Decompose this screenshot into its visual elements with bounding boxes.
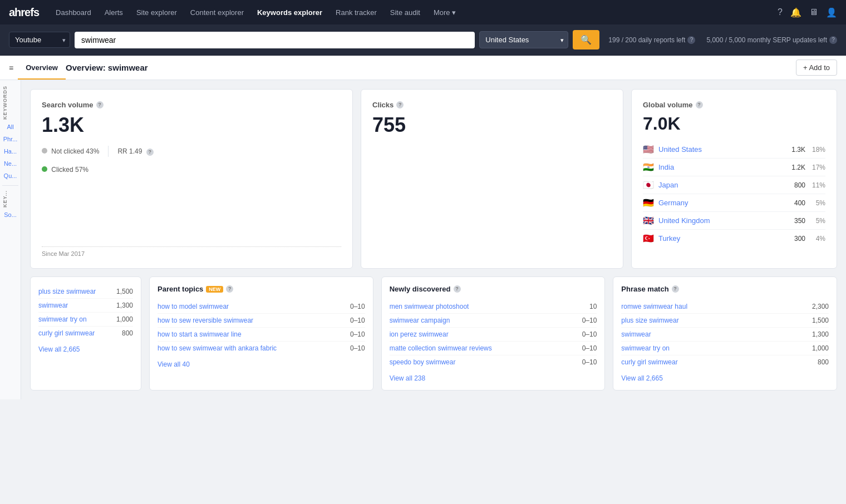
table-row: swimwear 1,300 bbox=[621, 328, 829, 342]
country-flag: 🇮🇳 bbox=[643, 162, 654, 172]
user-icon[interactable]: 👤 bbox=[826, 7, 837, 18]
keyword-link[interactable]: how to start a swimwear line bbox=[158, 330, 333, 338]
phrase-match-title: Phrase match ? bbox=[621, 285, 829, 293]
keyword-vol: 10 bbox=[569, 303, 597, 310]
keyword-link[interactable]: romwe swimwear haul bbox=[621, 303, 796, 310]
tab-overview[interactable]: Overview bbox=[18, 57, 66, 80]
sidebar-item-all[interactable]: All bbox=[2, 122, 18, 132]
keyword-link[interactable]: swimwear bbox=[38, 302, 101, 309]
keyword-link[interactable]: how to model swimwear bbox=[158, 303, 333, 310]
keyword-link[interactable]: curly girl swimwear bbox=[38, 329, 101, 337]
keyword-link[interactable]: plus size swimwear bbox=[621, 317, 796, 324]
search-volume-help-icon[interactable]: ? bbox=[96, 101, 104, 108]
rr-help-icon[interactable]: ? bbox=[146, 149, 154, 156]
source-select[interactable]: Youtube bbox=[9, 32, 70, 48]
nav-site-audit[interactable]: Site audit bbox=[385, 6, 426, 19]
keyword-link[interactable]: ion perez swimwear bbox=[390, 330, 565, 338]
view-all-phrase[interactable]: View all 2,665 bbox=[621, 374, 829, 382]
keyword-link[interactable]: matte collection swimwear reviews bbox=[390, 344, 565, 352]
keyword-link[interactable]: how to sew swimwear with ankara fabric bbox=[158, 344, 333, 352]
nav-rank-tracker[interactable]: Rank tracker bbox=[330, 6, 382, 19]
monitor-icon[interactable]: 🖥 bbox=[809, 7, 818, 17]
keyword-link[interactable]: men swimwear photoshoot bbox=[390, 303, 565, 310]
search-button[interactable]: 🔍 bbox=[573, 30, 599, 50]
country-link[interactable]: India bbox=[658, 163, 779, 171]
keyword-vol: 0–10 bbox=[337, 317, 365, 324]
country-link[interactable]: United States bbox=[658, 145, 779, 154]
daily-reports-help-icon[interactable]: ? bbox=[687, 36, 695, 44]
country-vol: 1.3K bbox=[783, 146, 805, 154]
keyword-vol: 1,300 bbox=[105, 302, 133, 309]
bottom-tables-row: plus size swimwear 1,500 swimwear 1,300 … bbox=[30, 276, 837, 391]
view-all-howto[interactable]: View all 40 bbox=[158, 360, 365, 368]
table-row: ion perez swimwear 0–10 bbox=[390, 328, 597, 342]
country-link[interactable]: Germany bbox=[658, 199, 779, 207]
keyword-link[interactable]: how to sew reversible swimwear bbox=[158, 317, 333, 324]
country-vol: 350 bbox=[783, 217, 805, 225]
clicks-value: 755 bbox=[372, 113, 612, 137]
keyword-vol: 800 bbox=[105, 329, 133, 337]
clicks-help-icon[interactable]: ? bbox=[396, 101, 404, 108]
keyword-link[interactable]: curly girl swimwear bbox=[621, 358, 796, 366]
page-title: Overview: swimwear bbox=[66, 63, 148, 72]
nav-site-explorer[interactable]: Site explorer bbox=[131, 6, 183, 19]
global-volume-help-icon[interactable]: ? bbox=[696, 101, 703, 108]
country-flag: 🇬🇧 bbox=[643, 215, 654, 226]
keyword-link[interactable]: swimwear campaign bbox=[390, 317, 565, 324]
sidebar-keywords-label: KEYWORDS bbox=[2, 86, 18, 120]
monthly-serp-info: 5,000 / 5,000 monthly SERP updates left … bbox=[706, 36, 837, 44]
help-icon[interactable]: ? bbox=[778, 7, 783, 17]
newly-discovered-help-icon[interactable]: ? bbox=[454, 285, 461, 293]
sidebar-item-phrase[interactable]: Phr... bbox=[2, 134, 18, 144]
table-row: plus size swimwear 1,500 bbox=[38, 285, 133, 299]
add-to-button[interactable]: + Add to bbox=[796, 60, 837, 76]
country-link[interactable]: Japan bbox=[658, 181, 779, 189]
source-select-wrapper: Youtube bbox=[9, 32, 70, 48]
country-link[interactable]: United Kingdom bbox=[658, 216, 779, 225]
keyword-vol: 0–10 bbox=[337, 330, 365, 338]
table-row: swimwear try on 1,000 bbox=[38, 313, 133, 327]
keyword-link[interactable]: swimwear try on bbox=[38, 315, 101, 323]
keyword-volume-table-card: plus size swimwear 1,500 swimwear 1,300 … bbox=[30, 276, 141, 391]
nav-keywords-explorer[interactable]: Keywords explorer bbox=[252, 6, 328, 19]
keyword-link[interactable]: swimwear bbox=[621, 330, 796, 338]
keyword-vol: 1,500 bbox=[801, 317, 829, 324]
country-flag: 🇯🇵 bbox=[643, 180, 654, 190]
monthly-serp-help-icon[interactable]: ? bbox=[829, 36, 837, 44]
country-pct: 18% bbox=[810, 146, 825, 154]
view-all-volume[interactable]: View all 2,665 bbox=[38, 345, 133, 353]
nav-dashboard[interactable]: Dashboard bbox=[50, 6, 97, 19]
sidebar-item-social[interactable]: So... bbox=[2, 210, 18, 220]
chart-bars bbox=[42, 180, 341, 246]
sidebar-item-having[interactable]: Ha... bbox=[2, 146, 18, 156]
country-select[interactable]: United States bbox=[479, 31, 568, 48]
not-clicked-stat: Not clicked 43% bbox=[42, 147, 99, 155]
country-flag: 🇹🇷 bbox=[643, 233, 654, 244]
search-input[interactable] bbox=[75, 32, 475, 48]
table-row: swimwear campaign 0–10 bbox=[390, 314, 597, 328]
view-all-newly[interactable]: View all 238 bbox=[390, 374, 597, 382]
keyword-link[interactable]: swimwear try on bbox=[621, 344, 796, 352]
bell-icon[interactable]: 🔔 bbox=[790, 7, 801, 18]
main-content: KEYWORDS All Phr... Ha... Ne... Qu... KE… bbox=[0, 80, 846, 399]
country-vol: 1.2K bbox=[783, 164, 805, 171]
keyword-link[interactable]: speedo boy swimwear bbox=[390, 358, 565, 366]
daily-reports-info: 199 / 200 daily reports left ? bbox=[608, 36, 695, 44]
table-row: men swimwear photoshoot 10 bbox=[390, 300, 597, 314]
tab-menu-icon[interactable]: ≡ bbox=[9, 63, 13, 72]
table-row: swimwear try on 1,000 bbox=[621, 342, 829, 355]
table-row: how to sew reversible swimwear 0–10 bbox=[158, 314, 365, 328]
country-link[interactable]: Turkey bbox=[658, 234, 779, 243]
sidebar-item-newly[interactable]: Ne... bbox=[2, 159, 18, 169]
nav-more[interactable]: More ▾ bbox=[428, 6, 461, 19]
keyword-link[interactable]: plus size swimwear bbox=[38, 288, 101, 295]
nav-content-explorer[interactable]: Content explorer bbox=[185, 6, 249, 19]
sidebar-item-questions[interactable]: Qu... bbox=[2, 171, 18, 181]
parent-topics-card: Parent topics NEW ? how to model swimwea… bbox=[149, 276, 373, 391]
phrase-match-help-icon[interactable]: ? bbox=[672, 285, 679, 293]
nav-alerts[interactable]: Alerts bbox=[99, 6, 129, 19]
left-sidebar: KEYWORDS All Phr... Ha... Ne... Qu... KE… bbox=[0, 80, 21, 399]
parent-topics-help-icon[interactable]: ? bbox=[226, 285, 233, 293]
sidebar-keywords2-label: KEY... bbox=[2, 190, 18, 207]
table-row: romwe swimwear haul 2,300 bbox=[621, 300, 829, 314]
